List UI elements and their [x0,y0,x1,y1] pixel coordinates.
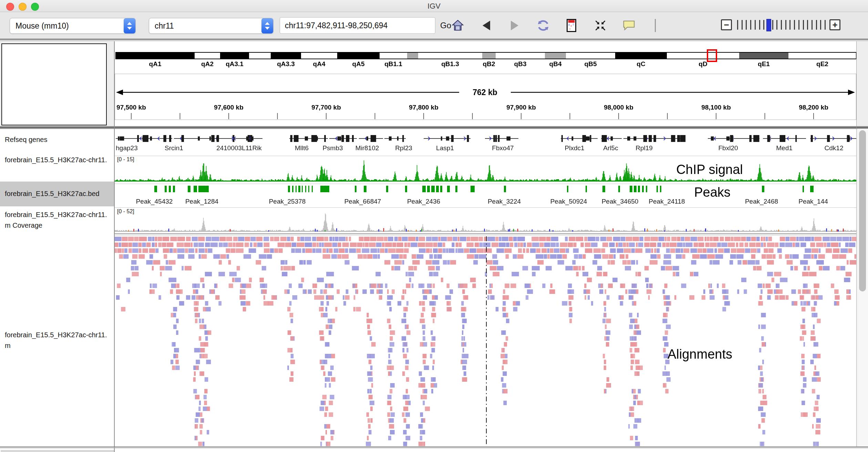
alignments-annotation: Alignments [668,347,732,362]
zoom-out-button[interactable]: − [721,19,732,30]
chromosome-select[interactable]: chr11 [149,18,273,34]
window-title: IGV [0,2,868,11]
peaks-bed-track[interactable] [115,184,856,207]
zoom-slider-handle[interactable] [766,19,771,31]
forward-icon [511,21,518,30]
genome-select-value: Mouse (mm10) [10,21,124,31]
coverage-track[interactable] [115,208,856,234]
chromosome-select-value: chr11 [149,21,261,31]
refresh-button[interactable] [535,18,551,33]
define-region-button[interactable] [564,18,579,33]
toolbar-separator [655,19,656,32]
titlebar: IGV [0,0,868,12]
back-button[interactable] [478,18,494,33]
fit-to-window-button[interactable] [592,18,608,33]
scrollbar-thumb[interactable] [859,130,866,291]
zoom-slider[interactable] [737,19,829,31]
forward-button[interactable] [507,18,523,33]
region-of-interest-icon [566,19,577,32]
locus-input[interactable] [280,17,435,34]
zoom-in-button[interactable]: + [829,19,840,30]
select-stepper-icon [261,18,273,33]
tooltip-toggle-button[interactable] [621,18,637,33]
refseq-genes-track[interactable] [115,130,856,155]
select-stepper-icon [124,18,135,33]
chip-signal-annotation: ChIP signal [676,162,743,177]
ruler-track[interactable] [115,74,856,120]
alignments-track[interactable] [115,236,856,446]
back-icon [483,21,490,30]
track-name-coverage-line2[interactable]: m Coverage [5,222,42,229]
attribute-panel [1,43,107,125]
chip-signal-track[interactable] [115,156,856,183]
track-name-refseq-genes[interactable]: Refseq genes [5,136,47,144]
genome-select[interactable]: Mouse (mm10) [10,18,136,34]
home-icon [451,19,464,32]
refresh-icon [536,19,550,32]
igv-window: IGV Mouse (mm10) chr11 Go [0,0,868,452]
track-name-coverage-line1[interactable]: forebrain_E15.5_H3K27ac-chr11. [5,211,107,219]
fit-to-window-icon [594,19,607,32]
track-name-chip-signal[interactable]: forebrain_E15.5_H3K27ac-chr11. [5,156,107,164]
home-button[interactable] [450,18,466,33]
track-name-alignments-line2[interactable]: m [5,342,11,350]
track-name-alignments-line1[interactable]: forebrain_E15.5_H3K27ac-chr11. [5,331,107,339]
peaks-annotation: Peaks [694,185,731,200]
tooltip-toggle-icon [622,20,636,31]
track-name-peaks-bed[interactable]: forebrain_E15.5_H3K27ac.bed [5,190,100,198]
chromosome-ideogram[interactable] [115,48,856,69]
bottom-panel-divider[interactable] [0,446,868,447]
